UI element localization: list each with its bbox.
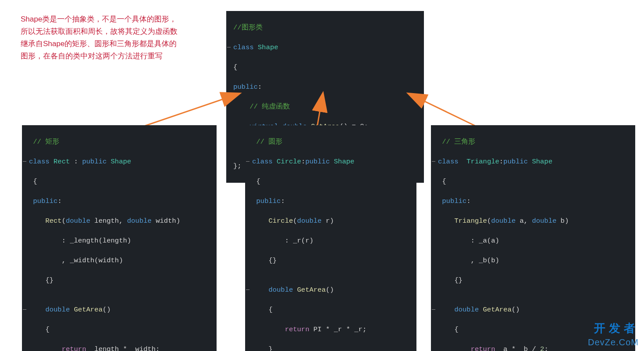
annotation-line: 继承自Shape的矩形、圆形和三角形都是具体的 bbox=[21, 38, 177, 50]
code-triangle-box: // 三角形 class Triangle:public Shape { pub… bbox=[431, 125, 635, 351]
annotation-text: Shape类是一个抽象类，不是一个具体的图形， 所以无法获取面积和周长，故将其定… bbox=[21, 13, 177, 62]
watermark-cn: 开发者 bbox=[594, 321, 639, 336]
code-circle-box: // 圆形 class Circle:public Shape { public… bbox=[245, 125, 416, 351]
annotation-line: 所以无法获取面积和周长，故将其定义为虚函数 bbox=[21, 25, 177, 38]
annotation-line: 图形，在各自的类中对这两个方法进行重写 bbox=[21, 50, 177, 62]
code-rect-box: // 矩形 class Rect : public Shape { public… bbox=[22, 125, 217, 351]
watermark-url: DevZe.CoM bbox=[588, 337, 639, 347]
annotation-line: Shape类是一个抽象类，不是一个具体的图形， bbox=[21, 13, 177, 25]
